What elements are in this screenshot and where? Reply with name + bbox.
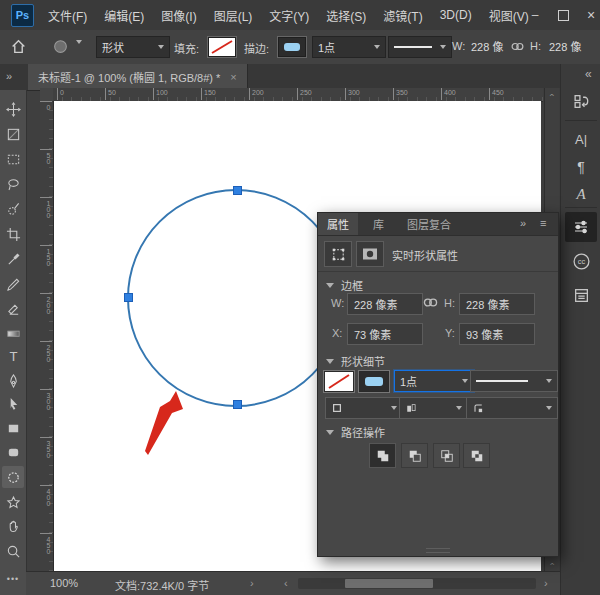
menu-select[interactable]: 选择(S) — [326, 7, 366, 24]
chevron-down-icon — [456, 406, 462, 410]
panel-stroke-type-select[interactable] — [470, 370, 558, 392]
panel-menu-icon[interactable]: ≡ — [540, 217, 546, 229]
custom-shape-tool[interactable] — [2, 491, 24, 513]
rounded-rectangle-tool[interactable] — [2, 441, 24, 463]
h-field[interactable]: 228 像素 — [459, 293, 535, 315]
x-field[interactable]: 73 像素 — [347, 323, 423, 345]
ellipse-tool[interactable] — [2, 466, 24, 488]
scroll-down-icon[interactable]: › — [547, 557, 557, 571]
tab-properties[interactable]: 属性 — [318, 213, 358, 235]
stroke-width-select[interactable]: 1点 — [312, 36, 386, 58]
menu-type[interactable]: 文字(Y) — [269, 7, 309, 24]
ellipse-shape[interactable] — [127, 189, 345, 407]
w-field[interactable]: 228 像素 — [347, 293, 423, 315]
path-operations-section-header[interactable]: 路径操作 — [326, 424, 385, 440]
move-tool[interactable] — [2, 98, 24, 120]
brush-tool[interactable] — [2, 273, 24, 295]
stroke-swatch[interactable] — [278, 37, 306, 57]
character-panel-icon[interactable]: A| — [568, 126, 594, 152]
anchor-point-bottom[interactable] — [233, 400, 242, 409]
shape-fill-swatch[interactable] — [324, 371, 354, 392]
history-panel-icon[interactable] — [568, 88, 594, 114]
ruler-corner[interactable] — [40, 88, 54, 102]
pen-tool[interactable] — [2, 370, 24, 392]
link-dimensions-icon[interactable] — [422, 295, 439, 312]
menu-edit[interactable]: 编辑(E) — [104, 7, 144, 24]
exclude-overlapping-button[interactable] — [463, 443, 490, 468]
shape-details-section-header[interactable]: 形状细节 — [326, 353, 385, 369]
tab-layer-comps[interactable]: 图层复合 — [398, 213, 460, 235]
type-tool[interactable]: T — [2, 345, 24, 367]
glyphs-panel-icon[interactable]: A — [568, 181, 594, 207]
menu-filter[interactable]: 滤镜(T) — [383, 7, 422, 24]
eyedropper-tool[interactable] — [2, 248, 24, 270]
fill-swatch[interactable] — [208, 37, 236, 57]
shape-stroke-swatch[interactable] — [359, 371, 389, 392]
hand-tool[interactable] — [2, 515, 24, 537]
scroll-up-icon[interactable]: ‹ — [547, 88, 557, 102]
quick-selection-tool[interactable] — [2, 198, 24, 220]
subtract-front-shape-button[interactable] — [401, 443, 428, 468]
stroke-caps-select[interactable] — [399, 397, 468, 419]
width-field[interactable]: 228 像 — [466, 36, 512, 56]
tool-mode-select[interactable]: 形状 — [96, 36, 170, 58]
marquee-tool[interactable] — [2, 148, 24, 170]
transform-properties-button[interactable] — [324, 241, 352, 267]
menu-image[interactable]: 图像(I) — [161, 7, 196, 24]
intersect-shapes-button[interactable] — [433, 443, 460, 468]
path-selection-tool[interactable] — [2, 393, 24, 415]
x-label: X: — [332, 327, 342, 339]
creative-cloud-icon[interactable]: cc — [568, 248, 594, 274]
zoom-tool[interactable] — [2, 540, 24, 562]
anchor-point-top[interactable] — [233, 186, 242, 195]
edit-toolbar-button[interactable]: ••• — [2, 568, 24, 590]
panel-expand-icon[interactable]: » — [520, 217, 526, 229]
dock-collapse-icon[interactable]: « — [585, 67, 592, 81]
document-tab[interactable]: 未标题-1 @ 100% (椭圆 1, RGB/8#) * × — [28, 64, 248, 90]
properties-panel-icon[interactable] — [565, 212, 597, 242]
stroke-type-select[interactable] — [388, 36, 452, 58]
frame-tool[interactable] — [2, 123, 24, 145]
anchor-point-left[interactable] — [124, 293, 133, 302]
ellipse-tool-preset-icon[interactable] — [52, 38, 69, 58]
link-dimensions-icon[interactable] — [510, 40, 525, 56]
y-field[interactable]: 93 像素 — [459, 323, 535, 345]
scroll-left-icon[interactable]: ‹ — [284, 577, 288, 589]
paragraph-panel-icon[interactable]: ¶ — [568, 154, 594, 180]
crop-tool[interactable] — [2, 223, 24, 245]
tab-close-icon[interactable]: × — [230, 71, 236, 83]
tool-preset-chevron-icon[interactable] — [76, 44, 82, 58]
stroke-caps-icon — [405, 402, 417, 414]
home-icon[interactable] — [10, 38, 27, 58]
horizontal-scrollbar[interactable] — [298, 578, 536, 589]
minimize-button[interactable]: – — [527, 7, 543, 23]
height-field[interactable]: 228 像 — [544, 36, 600, 56]
tab-libraries[interactable]: 库 — [364, 213, 393, 235]
panel-resize-grip[interactable] — [426, 548, 450, 553]
menu-file[interactable]: 文件(F) — [48, 7, 87, 24]
tab-overflow-icon[interactable]: » — [6, 70, 12, 82]
masks-button[interactable] — [356, 241, 384, 267]
menu-layer[interactable]: 图层(L) — [214, 7, 253, 24]
vertical-ruler[interactable]: 0 50 100 150 200 250 300 350 400 450 — [40, 101, 54, 571]
rectangle-tool[interactable] — [2, 417, 24, 439]
menu-view[interactable]: 视图(V) — [489, 7, 529, 24]
scroll-right-icon[interactable]: › — [544, 577, 548, 589]
close-button[interactable]: × — [583, 7, 599, 23]
panel-stroke-width-select[interactable]: 1点 — [394, 370, 474, 392]
combine-shapes-button[interactable] — [369, 443, 396, 468]
stroke-align-select[interactable] — [325, 397, 403, 419]
lasso-tool[interactable] — [2, 173, 24, 195]
zoom-level-field[interactable]: 100% — [50, 577, 78, 589]
document-info: 文档:732.4K/0 字节 — [115, 577, 209, 593]
libraries-panel-icon[interactable] — [568, 282, 594, 308]
status-popup-icon[interactable]: › — [250, 577, 254, 589]
maximize-button[interactable] — [555, 7, 571, 23]
bounds-section-header[interactable]: 边框 — [326, 277, 363, 293]
gradient-tool[interactable] — [2, 322, 24, 344]
horizontal-ruler[interactable]: 0 50 100 150 200 250 300 350 400 450 — [53, 88, 543, 102]
stroke-corners-select[interactable] — [466, 397, 558, 419]
horizontal-scrollbar-thumb[interactable] — [345, 579, 433, 588]
eraser-tool[interactable] — [2, 298, 24, 320]
menu-3d[interactable]: 3D(D) — [440, 8, 472, 22]
